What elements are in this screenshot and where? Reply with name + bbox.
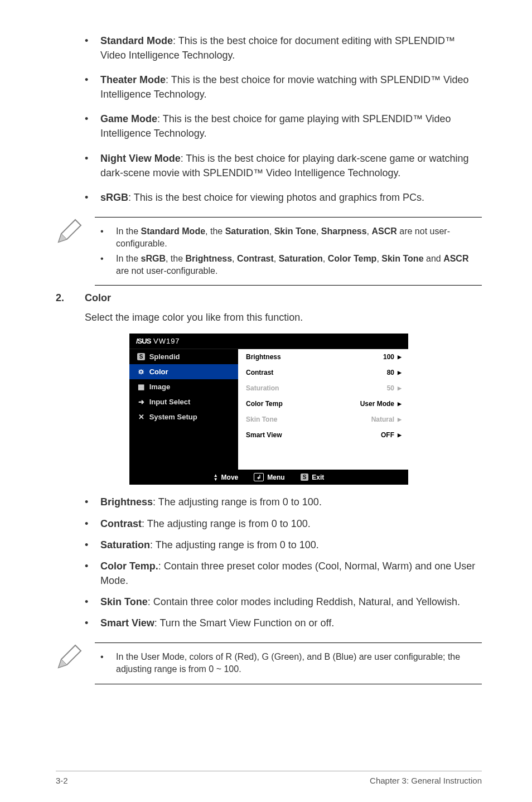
mode-night: • Night View Mode: This is the best choi… — [85, 151, 482, 180]
mode-title: Game Mode — [100, 113, 157, 124]
note-standard: • In the Standard Mode, the Saturation, … — [95, 225, 482, 250]
opt-contrast: •Contrast: The adjusting range is from 0… — [85, 516, 482, 531]
note-block-2: • In the User Mode, colors of R (Red), G… — [56, 642, 482, 684]
arrow-right-icon: ▶ — [398, 370, 402, 375]
gear-icon: ⛭ — [135, 368, 147, 376]
osd-row-brightness[interactable]: Brightness100▶ — [238, 349, 408, 365]
mode-theater: • Theater Mode: This is the best choice … — [85, 73, 482, 102]
image-icon: ▦ — [135, 383, 147, 391]
page-footer: 3-2 Chapter 3: General Instruction — [56, 771, 482, 785]
osd-model: VW197 — [153, 337, 180, 345]
mode-title: Theater Mode — [100, 74, 166, 85]
bullet-icon: • — [85, 112, 100, 141]
osd-footer: ▲▼Move ↲Menu SExit — [129, 470, 408, 485]
chapter-label: Chapter 3: General Instruction — [370, 776, 482, 785]
arrow-right-icon: ▶ — [398, 432, 402, 438]
osd-hint-exit: SExit — [301, 474, 325, 481]
osd-item-color[interactable]: ⛭ Color — [129, 364, 238, 379]
arrow-right-icon: ▶ — [398, 385, 402, 391]
opt-brightness: •Brightness: The adjusting range is from… — [85, 495, 482, 509]
osd-hint-move: ▲▼Move — [214, 474, 239, 481]
arrow-right-icon: ▶ — [398, 417, 402, 422]
s-key-icon: S — [301, 474, 309, 481]
mode-title: Night View Mode — [100, 153, 181, 164]
opt-saturation: •Saturation: The adjusting range is from… — [85, 538, 482, 552]
arrow-right-icon: ▶ — [398, 354, 402, 360]
osd-item-splendid[interactable]: S Splendid — [129, 349, 238, 364]
opt-colortemp: •Color Temp.: Contain three preset color… — [85, 559, 482, 588]
arrow-right-icon: ▶ — [398, 401, 402, 407]
updown-icon: ▲▼ — [214, 474, 218, 481]
osd-title-bar: /SUS VW197 — [129, 334, 408, 349]
osd-row-smartview[interactable]: Smart ViewOFF▶ — [238, 427, 408, 443]
bullet-icon: • — [85, 73, 100, 102]
opt-smartview: •Smart View: Turn the Smart View Functio… — [85, 616, 482, 630]
note-usermode: • In the User Mode, colors of R (Red), G… — [95, 651, 482, 676]
input-icon: ➜ — [135, 398, 147, 406]
mode-game: • Game Mode: This is the best choice for… — [85, 112, 482, 141]
note-srgb: • In the sRGB, the Brightness, Contrast,… — [95, 253, 482, 278]
bullet-icon: • — [85, 151, 100, 180]
osd-item-input[interactable]: ➜ Input Select — [129, 394, 238, 409]
osd-hint-menu: ↲Menu — [254, 473, 284, 481]
mode-desc: : This is the best choice for viewing ph… — [128, 192, 424, 203]
mode-srgb: • sRGB: This is the best choice for view… — [85, 190, 482, 205]
osd-item-system[interactable]: ✕ System Setup — [129, 409, 238, 424]
bullet-icon: • — [85, 33, 100, 62]
mode-list: • Standard Mode: This is the best choice… — [85, 33, 482, 205]
osd-row-colortemp[interactable]: Color TempUser Mode▶ — [238, 396, 408, 412]
section-title: Color — [85, 292, 111, 304]
section-number: 2. — [56, 292, 85, 304]
color-options-list: •Brightness: The adjusting range is from… — [85, 495, 482, 630]
mode-title: Standard Mode — [100, 35, 173, 46]
pencil-icon — [56, 217, 89, 286]
osd-screenshot: /SUS VW197 S Splendid ⛭ Color ▦ Image ➜ … — [129, 334, 408, 485]
opt-skintone: •Skin Tone: Contain three color modes in… — [85, 595, 482, 609]
osd-settings-right: Brightness100▶ Contrast80▶ Saturation50▶… — [238, 349, 408, 470]
osd-row-saturation: Saturation50▶ — [238, 380, 408, 396]
osd-menu-left: S Splendid ⛭ Color ▦ Image ➜ Input Selec… — [129, 349, 238, 470]
section-intro: Select the image color you like from thi… — [85, 312, 482, 323]
mode-title: sRGB — [100, 192, 128, 203]
mode-standard: • Standard Mode: This is the best choice… — [85, 33, 482, 62]
section-color-head: 2. Color — [56, 292, 482, 304]
pencil-icon — [56, 642, 89, 684]
tools-icon: ✕ — [135, 413, 147, 421]
note-block-1: • In the Standard Mode, the Saturation, … — [56, 217, 482, 286]
osd-row-skintone: Skin ToneNatural▶ — [238, 412, 408, 427]
enter-icon: ↲ — [254, 473, 264, 481]
osd-item-image[interactable]: ▦ Image — [129, 379, 238, 394]
page-number: 3-2 — [56, 776, 68, 785]
osd-row-contrast[interactable]: Contrast80▶ — [238, 365, 408, 380]
bullet-icon: • — [85, 190, 100, 205]
